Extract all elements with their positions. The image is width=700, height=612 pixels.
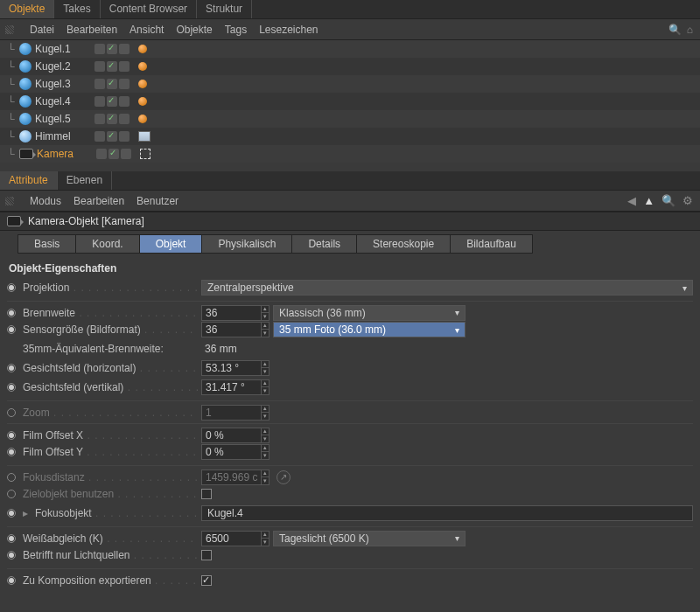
anim-dot-icon[interactable] [7,534,16,543]
panel-grip-icon[interactable] [5,25,14,34]
layer-dot-icon[interactable] [94,96,105,107]
tree-toggle-icon[interactable]: └ [7,148,16,160]
subtab-details[interactable]: Details [291,234,356,254]
fokusdist-input[interactable]: ▴▾ [201,469,270,485]
tree-row[interactable]: └Kugel.4 [0,93,700,110]
nav-up-icon[interactable]: ▲ [643,194,654,207]
wb-input[interactable]: ▴▾ [201,531,270,546]
menu-objekte[interactable]: Objekte [176,24,212,36]
layer-dot-icon[interactable] [94,114,105,124]
tree-toggle-icon[interactable]: └ [7,113,16,125]
lights-checkbox[interactable] [201,550,212,560]
anim-dot-icon[interactable] [7,576,16,585]
material-tag-icon[interactable] [138,45,147,53]
menu-benutzer[interactable]: Benutzer [136,195,178,207]
texture-tag-icon[interactable] [138,131,150,142]
object-name[interactable]: Kugel.1 [35,43,88,55]
anim-dot-icon[interactable] [7,448,16,456]
spinner-icon[interactable]: ▴▾ [261,360,269,376]
spinner-icon[interactable]: ▴▾ [261,305,269,321]
visibility-dot-icon[interactable] [107,79,117,89]
menu-tags[interactable]: Tags [225,24,247,36]
anim-dot-icon[interactable] [7,509,16,518]
object-name[interactable]: Kugel.3 [35,78,88,90]
tree-toggle-icon[interactable]: └ [7,43,16,55]
anim-dot-icon[interactable] [7,364,16,372]
visibility-dot-icon[interactable] [107,61,117,72]
compositing-tag-icon[interactable] [140,149,150,159]
pick-target-icon[interactable]: ↗ [276,470,290,484]
tree-row[interactable]: └Kugel.3 [0,75,700,93]
tree-row[interactable]: └Kugel.2 [0,58,700,75]
offy-input[interactable]: ▴▾ [201,444,270,460]
object-name[interactable]: Kugel.5 [35,113,88,125]
subtab-basis[interactable]: Basis [18,234,75,254]
object-name[interactable]: Kamera [37,148,89,160]
offx-input[interactable]: ▴▾ [201,428,270,443]
material-tag-icon[interactable] [138,80,147,88]
visibility-dot-icon[interactable] [107,114,117,124]
visibility-dot-icon[interactable] [108,149,119,159]
lower-tab-attribute[interactable]: Attribute [0,171,58,190]
spinner-icon[interactable]: ▴▾ [261,322,269,337]
tree-row[interactable]: └Himmel [0,128,700,145]
search-icon[interactable]: 🔍 [662,194,676,207]
fovv-input[interactable]: ▴▾ [201,379,270,395]
anim-dot-icon[interactable] [7,551,16,560]
subtab-objekt[interactable]: Objekt [139,234,202,254]
home-icon[interactable]: ⌂ [687,24,693,36]
brennweite-input[interactable]: ▴▾ [201,305,270,321]
layer-dot-icon[interactable] [94,131,105,142]
render-dot-icon[interactable] [121,149,131,159]
menu-modus[interactable]: Modus [30,195,61,207]
render-dot-icon[interactable] [119,61,130,72]
spinner-icon[interactable]: ▴▾ [261,379,269,395]
object-name[interactable]: Himmel [35,130,88,143]
layer-dot-icon[interactable] [94,44,105,54]
tree-toggle-icon[interactable]: └ [7,95,16,108]
zielobjekt-checkbox[interactable] [201,489,212,499]
menu-bearbeiten[interactable]: Bearbeiten [66,24,117,36]
sensor-input[interactable]: ▴▾ [201,322,270,337]
spinner-icon[interactable]: ▴▾ [261,428,269,443]
layer-dot-icon[interactable] [96,149,107,159]
tree-row[interactable]: └Kugel.1 [0,40,700,58]
brennweite-preset-dropdown[interactable]: Klassisch (36 mm) [273,305,466,321]
visibility-dot-icon[interactable] [107,96,117,107]
menu-ansicht[interactable]: Ansicht [130,24,164,36]
spinner-icon[interactable]: ▴▾ [261,405,269,421]
nav-back-icon[interactable]: ◀ [627,194,636,207]
render-dot-icon[interactable] [119,79,130,89]
spinner-icon[interactable]: ▴▾ [261,444,269,460]
render-dot-icon[interactable] [119,44,130,54]
anim-dot-icon[interactable] [7,283,16,292]
object-name[interactable]: Kugel.4 [35,95,88,108]
fokusobjekt-field[interactable]: Kugel.4 [201,505,693,521]
zoom-input[interactable]: ▴▾ [201,405,270,421]
wb-preset-dropdown[interactable]: Tageslicht (6500 K) [273,531,466,546]
menu-datei[interactable]: Datei [30,24,54,36]
export-checkbox[interactable] [201,575,212,586]
anim-dot-icon[interactable] [7,490,16,498]
top-tab-takes[interactable]: Takes [54,0,100,18]
anim-dot-icon[interactable] [7,309,16,317]
top-tab-objekte[interactable]: Objekte [0,0,54,18]
anim-dot-icon[interactable] [7,431,16,440]
anim-dot-icon[interactable] [7,383,16,392]
render-dot-icon[interactable] [119,114,130,124]
anim-dot-icon[interactable] [7,473,16,482]
tree-row[interactable]: └Kamera [0,145,700,163]
settings-icon[interactable]: ⚙ [682,194,693,207]
top-tab-struktur[interactable]: Struktur [197,0,252,18]
expand-arrow-icon[interactable]: ▸ [23,507,32,519]
tree-toggle-icon[interactable]: └ [7,60,16,73]
tree-row[interactable]: └Kugel.5 [0,110,700,128]
tree-toggle-icon[interactable]: └ [7,130,16,143]
subtab-bildaufbau[interactable]: Bildaufbau [450,234,533,254]
render-dot-icon[interactable] [119,96,130,107]
top-tab-content-browser[interactable]: Content Browser [101,0,197,18]
panel-grip-icon[interactable] [5,197,14,205]
spinner-icon[interactable]: ▴▾ [261,531,269,546]
render-dot-icon[interactable] [119,131,130,142]
menu-lesezeichen[interactable]: Lesezeichen [259,24,318,36]
